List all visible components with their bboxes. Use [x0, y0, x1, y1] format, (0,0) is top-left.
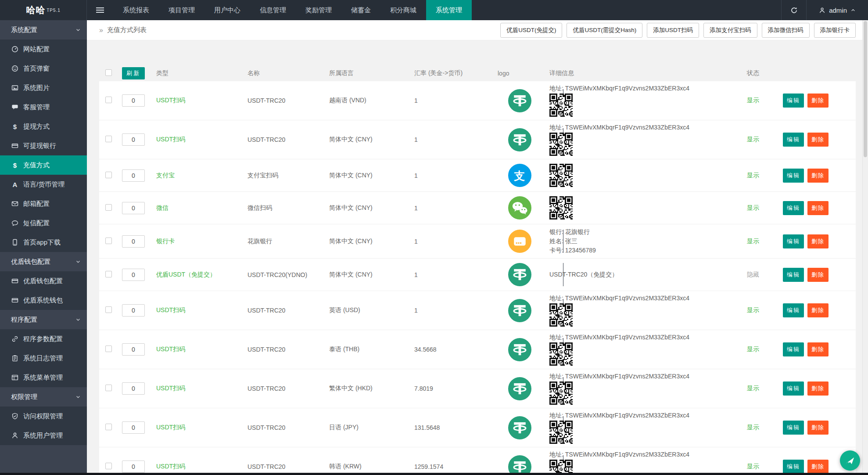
sidebar-item-youdun-wallet-config[interactable]: 优盾钱包配置 [0, 271, 87, 291]
sort-number-input[interactable] [122, 461, 145, 473]
sidebar-item-system-config-group[interactable]: 系统配置 [0, 20, 87, 40]
sidebar-item-program-params[interactable]: 程序参数配置 [0, 329, 87, 349]
row-checkbox[interactable] [105, 204, 112, 211]
type-link[interactable]: 银行卡 [156, 238, 175, 245]
status-toggle[interactable]: 显示 [747, 238, 759, 245]
sidebar-item-customer-service[interactable]: 客服管理 [0, 97, 87, 117]
delete-button[interactable]: 删除 [807, 94, 829, 108]
sort-number-input[interactable] [122, 269, 145, 281]
sort-number-input[interactable] [122, 169, 145, 182]
sort-number-input[interactable] [122, 202, 145, 214]
status-toggle[interactable]: 显示 [747, 204, 759, 211]
sidebar-item-system-images[interactable]: 系统图片 [0, 78, 87, 97]
type-link[interactable]: USDT扫码 [156, 345, 185, 353]
delete-button[interactable]: 删除 [807, 303, 829, 317]
toolbar-button-5[interactable]: 添加银行卡 [814, 23, 856, 38]
toolbar-button-0[interactable]: 优盾USDT(免提交) [500, 23, 562, 38]
vertical-scrollbar[interactable] [862, 20, 868, 475]
edit-button[interactable]: 编辑 [783, 169, 804, 183]
nav-item-info[interactable]: 信息管理 [250, 0, 296, 20]
edit-button[interactable]: 编辑 [783, 303, 804, 317]
type-link[interactable]: USDT扫码 [156, 385, 185, 392]
row-checkbox[interactable] [105, 238, 112, 244]
sort-number-input[interactable] [122, 421, 145, 434]
delete-button[interactable]: 删除 [807, 234, 829, 248]
row-checkbox[interactable] [105, 345, 112, 352]
sidebar-item-language-currency[interactable]: A 语言/货币管理 [0, 175, 87, 194]
delete-button[interactable]: 删除 [807, 169, 829, 183]
nav-item-user-center[interactable]: 用户中心 [204, 0, 250, 20]
status-toggle[interactable]: 显示 [747, 385, 759, 392]
nav-item-reports[interactable]: 系统报表 [113, 0, 159, 20]
status-toggle[interactable]: 显示 [747, 97, 759, 104]
select-all-checkbox[interactable] [105, 69, 112, 76]
delete-button[interactable]: 删除 [807, 133, 829, 147]
status-toggle[interactable]: 显示 [747, 306, 759, 313]
sidebar-item-system-users[interactable]: 系统用户管理 [0, 426, 87, 445]
sidebar-item-home-popup[interactable]: 首页弹窗 [0, 59, 87, 78]
edit-button[interactable]: 编辑 [783, 234, 804, 248]
edit-button[interactable]: 编辑 [783, 460, 804, 474]
sort-number-input[interactable] [122, 304, 145, 317]
sort-number-input[interactable] [122, 382, 145, 395]
sidebar-item-withdraw-banks[interactable]: 可提现银行 [0, 136, 87, 155]
edit-button[interactable]: 编辑 [783, 94, 804, 108]
nav-item-points-mall[interactable]: 积分商城 [380, 0, 426, 20]
delete-button[interactable]: 删除 [807, 460, 829, 474]
refresh-table-button[interactable]: 刷新 [122, 67, 145, 79]
nav-item-savings[interactable]: 储蓄金 [341, 0, 380, 20]
type-link[interactable]: 微信 [156, 204, 169, 211]
sidebar-item-sms-config[interactable]: 短信配置 [0, 213, 87, 233]
sidebar-item-recharge-methods[interactable]: $ 充值方式 [0, 155, 87, 175]
type-link[interactable]: USDT扫码 [156, 463, 185, 470]
type-link[interactable]: USDT扫码 [156, 97, 185, 104]
type-link[interactable]: USDT扫码 [156, 306, 185, 313]
sidebar-item-system-menus[interactable]: 系统菜单管理 [0, 368, 87, 387]
sidebar-item-youdun-wallet-group[interactable]: 优盾钱包配置 [0, 252, 87, 271]
delete-button[interactable]: 删除 [807, 381, 829, 396]
status-toggle[interactable]: 显示 [747, 136, 759, 143]
type-link[interactable]: USDT扫码 [156, 136, 185, 143]
toolbar-button-2[interactable]: 添加USDT扫码 [647, 23, 699, 38]
row-checkbox[interactable] [105, 463, 112, 469]
sort-number-input[interactable] [122, 94, 145, 107]
type-link[interactable]: 优盾USDT（免提交） [156, 271, 216, 278]
nav-item-system[interactable]: 系统管理 [426, 0, 472, 20]
edit-button[interactable]: 编辑 [783, 268, 804, 282]
floating-chat-button[interactable] [840, 450, 860, 471]
sidebar-item-app-download[interactable]: 首页app下载 [0, 233, 87, 252]
sidebar-item-access-permission[interactable]: 访问权限管理 [0, 407, 87, 426]
sidebar-item-youdun-system-wallet[interactable]: 优盾系统钱包 [0, 291, 87, 310]
status-toggle[interactable]: 显示 [747, 424, 759, 431]
row-checkbox[interactable] [105, 97, 112, 103]
sidebar-toggle-button[interactable] [87, 0, 113, 20]
row-checkbox[interactable] [105, 172, 112, 178]
status-toggle[interactable]: 显示 [747, 172, 759, 179]
sidebar-item-system-logs[interactable]: 系统日志管理 [0, 349, 87, 368]
nav-item-rewards[interactable]: 奖励管理 [296, 0, 341, 20]
delete-button[interactable]: 删除 [807, 201, 829, 215]
status-toggle[interactable]: 显示 [747, 345, 759, 353]
sidebar-item-permission-group[interactable]: 权限管理 [0, 387, 87, 407]
status-toggle[interactable]: 隐藏 [747, 271, 759, 278]
row-checkbox[interactable] [105, 271, 112, 277]
delete-button[interactable]: 删除 [807, 421, 829, 435]
row-checkbox[interactable] [105, 385, 112, 391]
toolbar-button-1[interactable]: 优盾USDT(需提交Hash) [567, 23, 642, 38]
scrollbar-thumb[interactable] [864, 21, 867, 157]
user-menu[interactable]: admin [807, 7, 868, 14]
edit-button[interactable]: 编辑 [783, 421, 804, 435]
type-link[interactable]: USDT扫码 [156, 424, 185, 431]
refresh-page-button[interactable] [781, 0, 807, 20]
sidebar-item-withdraw-methods[interactable]: $ 提现方式 [0, 117, 87, 136]
sidebar-item-email-config[interactable]: 邮箱配置 [0, 194, 87, 213]
toolbar-button-4[interactable]: 添加微信扫码 [762, 23, 810, 38]
delete-button[interactable]: 删除 [807, 342, 829, 356]
row-checkbox[interactable] [105, 306, 112, 313]
sort-number-input[interactable] [122, 343, 145, 356]
sidebar-item-program-config-group[interactable]: 程序配置 [0, 310, 87, 329]
row-checkbox[interactable] [105, 424, 112, 430]
status-toggle[interactable]: 显示 [747, 463, 759, 470]
sort-number-input[interactable] [122, 133, 145, 146]
row-checkbox[interactable] [105, 136, 112, 142]
